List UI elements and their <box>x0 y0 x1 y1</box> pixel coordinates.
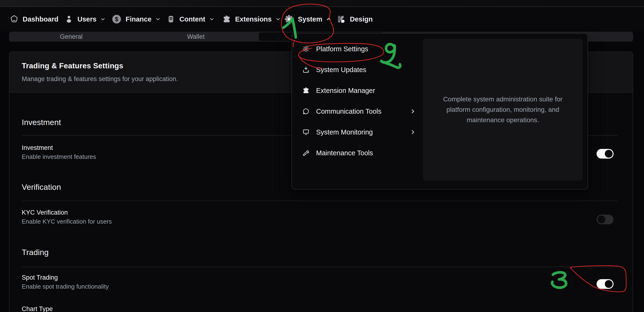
row-label-kyc: KYC Verification <box>22 209 68 216</box>
row-desc-spot-trading: Enable spot trading functionality <box>22 283 109 290</box>
window-top-band <box>0 0 644 7</box>
menu-item-label: Maintenance Tools <box>316 149 373 157</box>
divider <box>22 201 618 201</box>
chevron-right-icon <box>410 108 416 115</box>
divider <box>22 267 618 267</box>
row-desc-kyc: Enable KYC verification for users <box>22 218 112 225</box>
spot-trading-switch[interactable] <box>596 279 614 289</box>
menu-item-maintenance-tools[interactable]: Maintenance Tools <box>295 145 420 160</box>
tab-label: General <box>60 33 82 40</box>
nav-item-finance[interactable]: $ Finance <box>112 7 161 32</box>
nav-item-dashboard[interactable]: Dashboard <box>10 7 58 32</box>
nav-item-users[interactable]: Users <box>64 7 106 32</box>
menu-description-panel: Complete system administration suite for… <box>423 39 582 181</box>
chevron-down-icon <box>100 16 106 22</box>
menu-item-communication-tools[interactable]: Communication Tools <box>295 104 420 119</box>
wrench-icon <box>302 149 310 157</box>
menu-item-label: System Updates <box>316 66 366 74</box>
monitor-icon <box>302 128 310 136</box>
admin-dashboard-screen: Dashboard Users $ Finance Conte <box>0 0 644 312</box>
chevron-right-icon <box>410 129 416 135</box>
nav-label: Users <box>78 15 96 23</box>
switch-thumb <box>598 216 605 223</box>
section-heading-investment: Investment <box>22 118 61 127</box>
kyc-verification-switch[interactable] <box>596 215 614 224</box>
system-gear-icon <box>284 14 294 24</box>
extensions-icon <box>222 15 231 24</box>
nav-label: Extensions <box>235 15 272 23</box>
menu-item-platform-settings[interactable]: Platform Settings <box>295 42 420 56</box>
nav-label: Dashboard <box>23 15 58 23</box>
menu-item-label: Extension Manager <box>316 87 375 95</box>
row-label-chart-type: Chart Type <box>22 305 53 312</box>
menu-item-label: Platform Settings <box>316 45 368 53</box>
design-swatches-icon <box>336 14 346 24</box>
menu-item-system-updates[interactable]: System Updates <box>295 62 420 77</box>
nav-label: Content <box>180 15 206 23</box>
puzzle-icon <box>302 86 310 95</box>
section-heading-trading: Trading <box>22 248 49 257</box>
row-desc-investment: Enable investment features <box>22 153 96 161</box>
finance-icon: $ <box>112 14 122 24</box>
download-tray-icon <box>302 66 310 74</box>
nav-label: Finance <box>126 15 152 23</box>
tab-general[interactable]: General <box>9 32 134 42</box>
chevron-down-icon <box>275 16 281 22</box>
system-menu-items: Platform Settings System Updates Extensi… <box>295 42 420 167</box>
system-dropdown-menu: Platform Settings System Updates Extensi… <box>292 33 588 190</box>
menu-item-label: Communication Tools <box>316 107 382 115</box>
svg-text:$: $ <box>115 16 118 23</box>
nav-item-design[interactable]: Design <box>336 7 373 32</box>
investment-switch[interactable] <box>596 149 614 159</box>
row-label-investment: Investment <box>22 144 53 151</box>
menu-item-extension-manager[interactable]: Extension Manager <box>295 83 420 98</box>
row-label-spot-trading: Spot Trading <box>22 274 58 281</box>
menu-item-label: System Monitoring <box>316 128 373 136</box>
chat-bubble-icon <box>302 107 310 115</box>
main-navbar: Dashboard Users $ Finance Conte <box>0 7 644 32</box>
chevron-down-icon <box>209 16 215 22</box>
content-icon <box>166 15 176 24</box>
nav-label: System <box>298 15 322 23</box>
tab-label: Wallet <box>187 33 204 40</box>
tab-wallet[interactable]: Wallet <box>134 32 258 42</box>
nav-item-content[interactable]: Content <box>166 7 215 32</box>
section-heading-verification: Verification <box>22 183 61 192</box>
nav-label: Design <box>350 15 373 23</box>
nav-item-system[interactable]: System <box>284 7 332 32</box>
users-icon <box>64 15 74 24</box>
chevron-up-icon <box>326 16 332 22</box>
gear-icon <box>302 45 310 53</box>
chevron-down-icon <box>155 16 161 22</box>
dashboard-icon <box>10 15 19 24</box>
switch-thumb <box>605 150 612 158</box>
menu-item-system-monitoring[interactable]: System Monitoring <box>295 125 420 139</box>
switch-thumb <box>605 280 612 288</box>
menu-description-text: Complete system administration suite for… <box>432 94 574 125</box>
nav-item-extensions[interactable]: Extensions <box>222 7 281 32</box>
